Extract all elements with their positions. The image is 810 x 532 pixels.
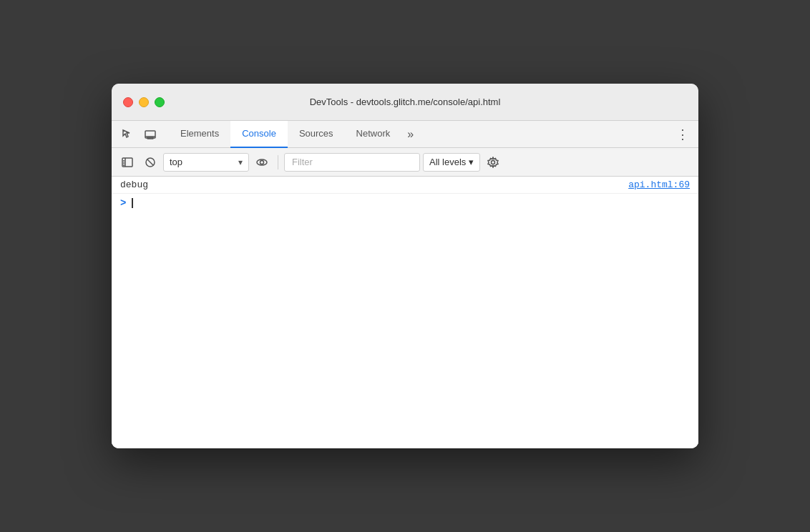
device-toggle-button[interactable] bbox=[140, 124, 160, 144]
clear-console-button[interactable] bbox=[140, 152, 160, 172]
console-settings-button[interactable] bbox=[483, 152, 503, 172]
svg-point-13 bbox=[492, 160, 495, 164]
console-entry-text: debug bbox=[120, 179, 148, 190]
console-output: debug api.html:69 > bbox=[112, 177, 698, 448]
console-toolbar: top ▾ All levels ▾ bbox=[112, 148, 698, 177]
context-select-arrow: ▾ bbox=[238, 157, 243, 167]
toolbar-divider bbox=[278, 155, 278, 169]
devtools-window: DevTools - devtools.glitch.me/console/ap… bbox=[112, 84, 698, 448]
devtools-content: Elements Console Sources Network » ⋮ bbox=[112, 121, 698, 448]
tabs-bar: Elements Console Sources Network » ⋮ bbox=[112, 121, 698, 148]
tab-sources[interactable]: Sources bbox=[288, 121, 345, 148]
console-cursor bbox=[132, 198, 133, 208]
context-select[interactable]: top ▾ bbox=[163, 153, 249, 172]
tab-network[interactable]: Network bbox=[345, 121, 402, 148]
log-levels-button[interactable]: All levels ▾ bbox=[423, 153, 480, 172]
filter-input[interactable] bbox=[284, 153, 420, 172]
console-entry-left: debug bbox=[120, 179, 148, 190]
console-entry: debug api.html:69 bbox=[112, 177, 698, 194]
minimize-button[interactable] bbox=[139, 97, 149, 107]
window-controls bbox=[123, 97, 165, 107]
svg-line-10 bbox=[147, 159, 153, 165]
devtools-menu-button[interactable]: ⋮ bbox=[673, 124, 693, 144]
tab-console[interactable]: Console bbox=[230, 121, 288, 148]
console-prompt-icon: > bbox=[120, 197, 126, 209]
tab-icon-group bbox=[117, 124, 160, 144]
tab-overflow-button[interactable]: » bbox=[401, 121, 419, 148]
svg-point-12 bbox=[260, 160, 264, 164]
console-entry-link[interactable]: api.html:69 bbox=[628, 179, 690, 190]
svg-rect-3 bbox=[148, 138, 150, 139]
sidebar-toggle-button[interactable] bbox=[117, 152, 137, 172]
watch-expressions-button[interactable] bbox=[252, 152, 272, 172]
close-button[interactable] bbox=[123, 97, 133, 107]
window-title: DevTools - devtools.glitch.me/console/ap… bbox=[310, 97, 501, 107]
console-input-row: > bbox=[112, 194, 698, 212]
inspect-icon-button[interactable] bbox=[117, 124, 137, 144]
tab-elements[interactable]: Elements bbox=[169, 121, 230, 148]
titlebar: DevTools - devtools.glitch.me/console/ap… bbox=[112, 84, 698, 121]
maximize-button[interactable] bbox=[155, 97, 165, 107]
